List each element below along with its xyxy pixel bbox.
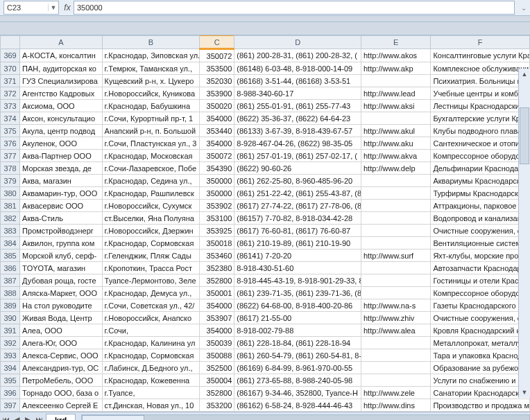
- cell[interactable]: Аляска-Маркет, ООО: [20, 287, 102, 299]
- cell[interactable]: Тара и упаковка Краснодарски: [431, 349, 530, 362]
- row-header[interactable]: 387: [1, 274, 20, 287]
- cell[interactable]: 8-918-445-43-19, 8-918-901-29-33, 8-929-…: [234, 274, 361, 287]
- cell[interactable]: г.Краснодар, Рашпилевск: [102, 187, 200, 200]
- row-header[interactable]: 383: [1, 225, 20, 237]
- cell[interactable]: http://www.zhiv: [361, 312, 431, 324]
- cell[interactable]: Производство и продажа мебе: [431, 399, 530, 412]
- cell[interactable]: 353902: [200, 200, 234, 212]
- formula-input[interactable]: 350000: [74, 1, 515, 15]
- column-header-A[interactable]: A: [20, 36, 102, 49]
- cell[interactable]: Бухгалтерские услуги Краснода: [431, 112, 530, 125]
- cell[interactable]: http://www.akos: [361, 49, 431, 62]
- sheet-tab-active[interactable]: krd: [46, 414, 76, 421]
- vertical-scrollbar[interactable]: ▲ ▼: [518, 69, 530, 398]
- row-header[interactable]: 393: [1, 349, 20, 362]
- cell[interactable]: Консалтинговые услуги Красно: [431, 49, 530, 62]
- cell[interactable]: http://www.akul: [361, 125, 431, 137]
- cell[interactable]: http://www.zele: [361, 387, 431, 399]
- cell[interactable]: 353440: [200, 125, 234, 137]
- column-header-E[interactable]: E: [361, 36, 431, 49]
- formula-bar-expand-icon[interactable]: ⌄: [518, 4, 530, 12]
- cell[interactable]: [361, 212, 431, 225]
- row-header[interactable]: 382: [1, 212, 20, 225]
- column-header-B[interactable]: B: [102, 36, 200, 49]
- horizontal-scrollbar[interactable]: [81, 414, 530, 420]
- cell[interactable]: (86162) 6-58-24, 8-928-444-46-43: [234, 399, 361, 412]
- cell[interactable]: 353200: [200, 399, 234, 412]
- cell[interactable]: Очистные сооружения, системы: [431, 312, 530, 324]
- cell[interactable]: г.Кропоткин, Трасса Рост: [102, 262, 200, 274]
- cell[interactable]: г.Сочи, Советская ул., 42/: [102, 299, 200, 312]
- cell[interactable]: Лестницы Краснодарский край: [431, 100, 530, 112]
- cell[interactable]: Вентиляционные системы и об: [431, 237, 530, 250]
- cell[interactable]: 350004: [200, 374, 234, 387]
- row-header[interactable]: 379: [1, 175, 20, 187]
- cell[interactable]: (861) 262-25-80, 8-960-485-96-20: [234, 175, 361, 187]
- cell[interactable]: Компрессорное оборудование: [431, 150, 530, 162]
- cell[interactable]: Кровля Краснодарский край: п: [431, 324, 530, 337]
- sheet-nav-last-icon[interactable]: ⏭: [33, 414, 44, 420]
- cell[interactable]: г.Краснодар, Седина ул.,: [102, 175, 200, 187]
- cell[interactable]: г.Геленджик, Пляж Сады: [102, 250, 200, 262]
- cell[interactable]: Учебные центры и комбинаты К: [431, 87, 530, 100]
- cell[interactable]: http://www.na-s: [361, 299, 431, 312]
- cell[interactable]: Алега-Юг, ООО: [20, 337, 102, 349]
- row-header[interactable]: 386: [1, 262, 20, 274]
- cell[interactable]: (861) 239-71-35, (861) 239-71-36, (861) …: [234, 287, 361, 299]
- cell[interactable]: (8622) 90-60-26: [234, 162, 361, 175]
- row-header[interactable]: 376: [1, 137, 20, 150]
- cell[interactable]: г.Сочи, Пластунская ул., 3: [102, 137, 200, 150]
- cell[interactable]: г.Краснодар, Кожевенна: [102, 374, 200, 387]
- cell[interactable]: Аква-Стиль: [20, 212, 102, 225]
- row-header[interactable]: 384: [1, 237, 20, 250]
- cell[interactable]: Газеты Краснодарского края: п: [431, 299, 530, 312]
- cell[interactable]: г.Новороссийск, Дзержин: [102, 225, 200, 237]
- cell[interactable]: Водопровод и канализация Кр: [431, 212, 530, 225]
- fx-icon[interactable]: fx: [61, 3, 74, 12]
- cell[interactable]: А-КОСТА, консалтин: [20, 49, 102, 62]
- cell[interactable]: [361, 274, 431, 287]
- cell[interactable]: http://www.surf: [361, 250, 431, 262]
- cell[interactable]: [361, 75, 431, 87]
- cell[interactable]: 8-918-430-51-60: [234, 262, 361, 274]
- cell[interactable]: TOYOTA, магазин: [20, 262, 102, 274]
- row-header[interactable]: 396: [1, 387, 20, 399]
- name-box-dropdown-icon[interactable]: ▼: [48, 4, 58, 11]
- cell[interactable]: г.Лабинск, Д.Бедного ул.,: [102, 362, 200, 374]
- sheet-nav-first-icon[interactable]: ⏮: [0, 414, 11, 420]
- cell[interactable]: Аква-Партнер ООО: [20, 150, 102, 162]
- cell[interactable]: 8-988-340-60-17: [234, 87, 361, 100]
- cell[interactable]: Морской клуб, серф-: [20, 250, 102, 262]
- cell[interactable]: 353925: [200, 225, 234, 237]
- cell[interactable]: 353500: [200, 62, 234, 75]
- sheet-nav-next-icon[interactable]: ▶: [22, 414, 33, 420]
- cell[interactable]: 350072: [200, 49, 234, 62]
- cell[interactable]: (861) 260-54-79, (861) 260-54-81, 8-918-…: [234, 349, 361, 362]
- cell[interactable]: 354000: [200, 324, 234, 337]
- cell[interactable]: (861) 210-19-89, (861) 210-19-90: [234, 237, 361, 250]
- cell[interactable]: (861) 255-01-91, (861) 255-77-43: [234, 100, 361, 112]
- cell[interactable]: (861) 273-65-88, 8-988-240-05-98: [234, 374, 361, 387]
- cell[interactable]: 350000: [200, 175, 234, 187]
- cell[interactable]: http://www.dins: [361, 399, 431, 412]
- cell[interactable]: Аквасервис ООО: [20, 200, 102, 212]
- cell[interactable]: Дубовая роща, госте: [20, 274, 102, 287]
- cell[interactable]: Яхт-клубы, морские прогулки, с: [431, 250, 530, 262]
- cell[interactable]: Акуленок, ООО: [20, 137, 102, 150]
- row-header[interactable]: 371: [1, 75, 20, 87]
- cell[interactable]: Аква, магазин: [20, 175, 102, 187]
- row-header[interactable]: 388: [1, 287, 20, 299]
- vscroll-track[interactable]: [519, 80, 530, 387]
- row-header[interactable]: 375: [1, 125, 20, 137]
- row-header[interactable]: 397: [1, 399, 20, 412]
- cell[interactable]: [361, 200, 431, 212]
- row-header[interactable]: 381: [1, 200, 20, 212]
- cell[interactable]: http://www.akva: [361, 150, 431, 162]
- cell[interactable]: (861) 228-18-84, (861) 228-18-94: [234, 337, 361, 349]
- cell[interactable]: http://www.delp: [361, 162, 431, 175]
- cell[interactable]: г.Темрюк, Таманская ул.,: [102, 62, 200, 75]
- cell[interactable]: http://www.aku: [361, 137, 431, 150]
- row-header[interactable]: 385: [1, 250, 20, 262]
- cell[interactable]: (86157) 7-70-82, 8-918-034-42-28: [234, 212, 361, 225]
- cell[interactable]: Кущевский р-н, х. Цукеро: [102, 75, 200, 87]
